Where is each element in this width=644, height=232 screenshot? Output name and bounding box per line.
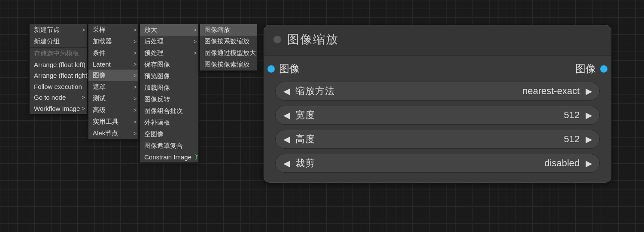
menu-item[interactable]: 条件> (88, 47, 138, 59)
chevron-right-icon: > (134, 27, 137, 33)
menu-item[interactable]: 保存图像 (140, 59, 198, 70)
menu-item-label: 高级 (93, 106, 106, 114)
menu-item-label: 放大 (144, 26, 157, 34)
chevron-right-icon: > (82, 106, 85, 112)
arrow-right-icon[interactable]: ▶ (582, 134, 595, 144)
input-label: 图像 (279, 62, 300, 76)
menu-item[interactable]: 图像按系数缩放 (200, 36, 257, 47)
chevron-right-icon: > (194, 27, 197, 33)
menu-item-label: 采样 (93, 26, 106, 34)
menu-item[interactable]: Alek节点> (88, 128, 138, 139)
node-header[interactable]: 图像缩放 (264, 25, 611, 56)
menu-item-label: 新建节点 (34, 26, 60, 34)
menu-item[interactable]: 预处理> (140, 47, 198, 59)
context-menu-level3: 放大>后处理>预处理>保存图像预览图像加载图像图像反转图像组合批次外补画板空图像… (140, 24, 199, 163)
menu-item[interactable]: 新建节点> (30, 24, 87, 36)
menu-item-label: Constrain Image (144, 153, 191, 161)
input-socket[interactable] (267, 65, 275, 73)
param-row[interactable]: ◀裁剪disabled▶ (275, 154, 600, 173)
menu-item-label: 图像缩放 (204, 26, 230, 34)
chevron-right-icon: > (194, 39, 197, 45)
refresh-icon (195, 154, 197, 160)
menu-item[interactable]: 测试> (88, 93, 138, 104)
menu-item[interactable]: 预览图像 (140, 70, 198, 82)
menu-item[interactable]: 图像通过模型放大 (200, 47, 257, 59)
menu-item-label: 预览图像 (144, 72, 170, 80)
chevron-right-icon: > (82, 95, 85, 101)
param-label: 宽度 (295, 109, 315, 122)
menu-item-label: 加载图像 (144, 84, 170, 92)
menu-item[interactable]: 图像反转 (140, 94, 198, 105)
menu-item-label: 存储选中为模板 (34, 49, 79, 58)
menu-item-label: 外补画板 (144, 119, 170, 127)
menu-item[interactable]: 图像组合批次 (140, 105, 198, 117)
menu-item[interactable]: 新建分组 (30, 36, 87, 47)
menu-item-label: Arrange (float right) (34, 72, 89, 79)
menu-item-label: Latent (93, 61, 111, 68)
menu-item-label: 图像 (93, 71, 106, 79)
menu-item[interactable]: Follow execution (30, 81, 87, 92)
arrow-left-icon[interactable]: ◀ (280, 134, 293, 144)
menu-item: 存储选中为模板 (30, 48, 87, 59)
node-input-port[interactable]: 图像 (267, 62, 300, 76)
menu-item-label: 实用工具 (93, 118, 118, 126)
node-output-port[interactable]: 图像 (575, 62, 608, 76)
menu-item-label: 图像通过模型放大 (204, 49, 256, 57)
menu-item[interactable]: 加载图像 (140, 82, 198, 94)
menu-item[interactable]: Arrange (float right) (30, 70, 87, 81)
param-row[interactable]: ◀缩放方法nearest-exact▶ (275, 82, 600, 101)
arrow-left-icon[interactable]: ◀ (280, 86, 293, 96)
menu-item-label: 图像反转 (144, 95, 170, 104)
arrow-right-icon[interactable]: ▶ (582, 158, 595, 168)
menu-item-label: 测试 (93, 95, 106, 103)
menu-item-label: 新建分组 (34, 37, 60, 46)
menu-item[interactable]: Go to node> (30, 92, 87, 103)
arrow-left-icon[interactable]: ◀ (280, 158, 293, 168)
menu-item[interactable]: 遮罩> (88, 81, 138, 93)
menu-item-label: 后处理 (144, 37, 164, 46)
chevron-right-icon: > (194, 50, 197, 56)
menu-item[interactable]: Arrange (float left) (30, 59, 87, 70)
menu-item-label: Go to node (34, 94, 66, 101)
menu-item-label: Arrange (float left) (34, 61, 85, 68)
menu-item-label: 图像按像素缩放 (204, 61, 249, 69)
menu-item[interactable]: 后处理> (140, 36, 198, 47)
chevron-right-icon: > (134, 96, 137, 102)
menu-item-label: 图像组合批次 (144, 107, 183, 115)
menu-item[interactable]: Latent> (88, 59, 138, 70)
menu-item[interactable]: 放大> (140, 24, 198, 36)
output-label: 图像 (575, 62, 596, 76)
menu-item[interactable]: 图像按像素缩放 (200, 59, 257, 70)
menu-item-label: 空图像 (144, 130, 164, 138)
menu-item[interactable]: 外补画板 (140, 117, 198, 128)
context-menu-level2: 采样>加载器>条件>Latent>图像>遮罩>测试>高级>实用工具>Alek节点… (88, 24, 139, 140)
node-title: 图像缩放 (287, 31, 339, 48)
menu-item[interactable]: 图像遮罩复合 (140, 140, 198, 152)
menu-item[interactable]: 图像缩放 (200, 24, 257, 36)
arrow-right-icon[interactable]: ▶ (582, 110, 595, 120)
menu-item-label: Workflow Image (34, 105, 80, 112)
menu-item[interactable]: Constrain Image (140, 152, 198, 162)
arrow-right-icon[interactable]: ▶ (582, 86, 595, 96)
node-image-scale[interactable]: 图像缩放 图像 图像 ◀缩放方法nearest-exact▶◀宽度512▶◀高度… (264, 25, 611, 183)
node-params: ◀缩放方法nearest-exact▶◀宽度512▶◀高度512▶◀裁剪disa… (264, 82, 611, 182)
menu-item-label: 图像遮罩复合 (144, 142, 183, 150)
menu-item[interactable]: Workflow Image> (30, 103, 87, 114)
chevron-right-icon: > (134, 61, 137, 67)
menu-item[interactable]: 图像> (88, 70, 138, 81)
output-socket[interactable] (600, 65, 608, 73)
param-row[interactable]: ◀宽度512▶ (275, 106, 600, 125)
chevron-right-icon: > (134, 73, 137, 79)
menu-item-label: Alek节点 (93, 129, 118, 137)
menu-item[interactable]: 实用工具> (88, 116, 138, 128)
menu-item[interactable]: 高级> (88, 104, 138, 116)
context-menu-level1: 新建节点>新建分组存储选中为模板Arrange (float left)Arra… (29, 24, 87, 114)
node-collapse-dot[interactable] (273, 36, 281, 43)
menu-item[interactable]: 采样> (88, 24, 138, 36)
param-row[interactable]: ◀高度512▶ (275, 130, 600, 149)
menu-item[interactable]: 加载器> (88, 36, 138, 47)
menu-item[interactable]: 空图像 (140, 128, 198, 140)
param-value: disabled (544, 158, 580, 169)
arrow-left-icon[interactable]: ◀ (280, 110, 293, 120)
param-label: 裁剪 (295, 157, 315, 170)
